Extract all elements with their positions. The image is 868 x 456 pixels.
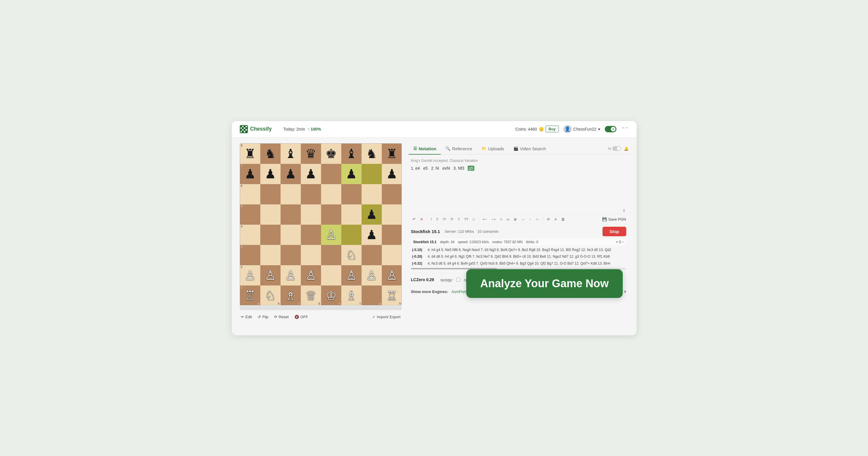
square-a8[interactable]: ♜8 [240, 144, 260, 164]
square-c5[interactable] [281, 204, 301, 225]
square-d3[interactable] [301, 245, 321, 265]
square-f6[interactable] [341, 184, 362, 204]
square-e3[interactable] [321, 245, 341, 265]
eval-white-better-button[interactable]: ↑ [528, 216, 533, 222]
square-a5[interactable]: 5 [240, 204, 260, 225]
square-g3[interactable] [362, 245, 382, 265]
logo[interactable]: Chessify [240, 125, 272, 133]
square-f2[interactable]: ♙ [341, 265, 362, 285]
square-a3[interactable]: 3 [240, 245, 260, 265]
square-g2[interactable]: ♙ [362, 265, 382, 285]
square-b4[interactable] [260, 225, 281, 245]
square-e4[interactable]: ♙ [321, 225, 341, 245]
square-a7[interactable]: ♟7 [240, 164, 260, 184]
import-export-button[interactable]: ✓ Import/ Export [372, 315, 401, 319]
square-a4[interactable]: 4 [240, 225, 260, 245]
square-h1[interactable]: ♖h [382, 285, 402, 306]
square-c6[interactable] [281, 184, 301, 204]
square-d7[interactable]: ♟ [301, 164, 321, 184]
square-a2[interactable]: ♙2 [240, 265, 260, 285]
edit-button[interactable]: ✏ Edit [241, 315, 252, 319]
eval-white-much-better-button[interactable]: ↑↑ [534, 216, 540, 222]
square-g7[interactable] [362, 164, 382, 184]
square-a6[interactable]: 6 [240, 184, 260, 204]
square-h6[interactable] [382, 184, 402, 204]
sound-button[interactable]: 🔇 OFF [294, 315, 308, 319]
cta-banner[interactable]: Analyze Your Game Now [466, 269, 622, 298]
prev-move-button[interactable]: ↶ [411, 216, 417, 222]
square-f7[interactable]: ♟ [341, 164, 362, 184]
square-h5[interactable] [382, 204, 402, 225]
eval-minus-button[interactable]: −+ [490, 216, 497, 222]
save-pgn-button[interactable]: 💾 Save PGN [602, 217, 626, 222]
n-toggle[interactable]: N [608, 146, 621, 151]
more-engines-chevron-icon[interactable]: ▾ [624, 289, 626, 294]
square-f4[interactable] [341, 225, 362, 245]
square-e5[interactable] [321, 204, 341, 225]
square-a1[interactable]: ♖1a [240, 285, 260, 306]
asmfish-engine[interactable]: AsmFish [452, 289, 466, 294]
annotation-interesting-button[interactable]: !? [441, 216, 447, 222]
delete-all-button[interactable]: 🗑 [560, 216, 566, 222]
tab-reference[interactable]: 🔍 Reference [441, 143, 477, 154]
square-g6[interactable] [362, 184, 382, 204]
tab-notation[interactable]: ☰ Notation [409, 143, 441, 154]
expand-icon[interactable]: ⌃⌃ [621, 126, 628, 132]
square-h8[interactable]: ♜ [382, 144, 402, 164]
square-c2[interactable]: ♙ [281, 265, 301, 285]
square-b5[interactable] [260, 204, 281, 225]
annotation-excellent-button[interactable]: !! [435, 216, 440, 222]
reset-button[interactable]: ⟳ Reset [274, 315, 289, 319]
square-d6[interactable] [301, 184, 321, 204]
square-b3[interactable] [260, 245, 281, 265]
annotation-mistake-button[interactable]: ? [456, 216, 461, 222]
buy-button[interactable]: Buy [546, 126, 559, 132]
square-h2[interactable]: ♙ [382, 265, 402, 285]
syzygy-checkbox[interactable] [457, 278, 461, 282]
square-d4[interactable] [301, 225, 321, 245]
square-d1[interactable]: ♕d [301, 285, 321, 306]
square-f1[interactable]: ♗f [341, 285, 362, 306]
square-d5[interactable] [301, 204, 321, 225]
square-f8[interactable]: ♝ [341, 144, 362, 164]
square-c4[interactable] [281, 225, 301, 245]
stop-button[interactable]: Stop [602, 227, 626, 236]
annotation-good-button[interactable]: ! [430, 216, 434, 222]
square-e8[interactable]: ♚ [321, 144, 341, 164]
annotation-dubious-button[interactable]: ?! [448, 216, 455, 222]
square-e7[interactable] [321, 164, 341, 184]
eval-plus-button[interactable]: +− [481, 216, 489, 222]
annotation-novelty-button[interactable]: □ [471, 216, 476, 222]
chess-board[interactable]: ♜8♞♝♛♚♝♞♜♟7♟♟♟♟♟65♟4♙♟3♘♙2♙♙♙♙♙♙♖1a♘b♗c♕… [240, 143, 402, 306]
square-g1[interactable]: g [362, 285, 382, 306]
square-e6[interactable] [321, 184, 341, 204]
square-d2[interactable]: ♙ [301, 265, 321, 285]
eval-unclear-button[interactable]: ∞ [505, 216, 511, 222]
current-move[interactable]: g5 [468, 166, 475, 171]
square-e1[interactable]: ♔e [321, 285, 341, 306]
user-info[interactable]: 👤 ChessFun22 ▾ [563, 125, 600, 133]
square-b6[interactable] [260, 184, 281, 204]
square-h4[interactable] [382, 225, 402, 245]
square-c8[interactable]: ♝ [281, 144, 301, 164]
square-c7[interactable]: ♟ [281, 164, 301, 184]
format-button[interactable]: ≡ [553, 216, 558, 222]
square-f3[interactable]: ♘ [341, 245, 362, 265]
tab-video-search[interactable]: 🎬 Video Search [509, 143, 551, 154]
square-g4[interactable]: ♟ [362, 225, 382, 245]
undo-button[interactable]: ⟳ [546, 216, 552, 222]
square-c3[interactable] [281, 245, 301, 265]
square-b2[interactable]: ♙ [260, 265, 281, 285]
eval-equal-button[interactable]: = [499, 216, 504, 222]
flip-button[interactable]: ↺ Flip [258, 315, 269, 319]
delete-move-button[interactable]: ✕ [418, 216, 425, 222]
eval-counterplay-button[interactable]: ↔ [520, 216, 526, 222]
eval-compensation-button[interactable]: ⊕ [512, 216, 518, 222]
square-b8[interactable]: ♞ [260, 144, 281, 164]
square-g5[interactable]: ♟ [362, 204, 382, 225]
square-h3[interactable] [382, 245, 402, 265]
bell-icon[interactable]: 🔔 [624, 146, 628, 151]
theme-toggle[interactable]: ☀ [605, 126, 616, 132]
square-g8[interactable]: ♞ [362, 144, 382, 164]
square-b7[interactable]: ♟ [260, 164, 281, 184]
